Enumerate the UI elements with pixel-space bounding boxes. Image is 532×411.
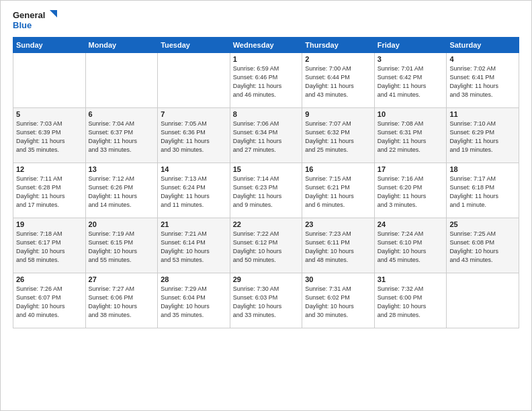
day-number: 19 [16,220,83,228]
day-cell: 10Sunrise: 7:08 AM Sunset: 6:31 PM Dayli… [374,108,447,163]
calendar-body: 1Sunrise: 6:59 AM Sunset: 6:46 PM Daylig… [13,53,519,328]
week-row-5: 26Sunrise: 7:26 AM Sunset: 6:07 PM Dayli… [13,273,519,328]
calendar-table: SundayMondayTuesdayWednesdayThursdayFrid… [13,37,519,328]
week-row-4: 19Sunrise: 7:18 AM Sunset: 6:17 PM Dayli… [13,218,519,273]
day-cell: 21Sunrise: 7:21 AM Sunset: 6:14 PM Dayli… [158,218,230,273]
day-info: Sunrise: 7:30 AM Sunset: 6:03 PM Dayligh… [233,285,300,320]
day-number: 3 [378,55,444,63]
day-info: Sunrise: 7:27 AM Sunset: 6:06 PM Dayligh… [89,285,155,320]
day-cell: 14Sunrise: 7:13 AM Sunset: 6:24 PM Dayli… [158,163,230,218]
day-number: 15 [233,165,300,173]
day-cell [13,53,86,108]
day-info: Sunrise: 7:12 AM Sunset: 6:26 PM Dayligh… [89,175,155,210]
day-cell [85,53,158,108]
day-cell: 16Sunrise: 7:15 AM Sunset: 6:21 PM Dayli… [302,163,375,218]
week-row-1: 1Sunrise: 6:59 AM Sunset: 6:46 PM Daylig… [13,53,519,108]
header-cell-sunday: Sunday [13,38,86,53]
week-row-3: 12Sunrise: 7:11 AM Sunset: 6:28 PM Dayli… [13,163,519,218]
day-number: 24 [378,220,444,228]
day-number: 7 [161,110,227,118]
day-info: Sunrise: 6:59 AM Sunset: 6:46 PM Dayligh… [233,64,300,99]
header-cell-wednesday: Wednesday [230,38,302,53]
day-info: Sunrise: 7:01 AM Sunset: 6:42 PM Dayligh… [378,64,444,99]
day-number: 1 [233,55,300,63]
day-cell: 20Sunrise: 7:19 AM Sunset: 6:15 PM Dayli… [85,218,158,273]
day-number: 28 [161,275,227,283]
day-number: 12 [16,165,83,173]
day-number: 27 [89,275,155,283]
svg-text:Blue: Blue [13,20,32,30]
day-cell: 19Sunrise: 7:18 AM Sunset: 6:17 PM Dayli… [13,218,86,273]
header-cell-tuesday: Tuesday [158,38,230,53]
day-number: 25 [449,220,516,228]
day-cell: 25Sunrise: 7:25 AM Sunset: 6:08 PM Dayli… [447,218,519,273]
day-number: 16 [305,165,371,173]
day-cell: 22Sunrise: 7:22 AM Sunset: 6:12 PM Dayli… [230,218,302,273]
day-number: 9 [305,110,371,118]
header-cell-saturday: Saturday [447,38,519,53]
day-cell: 18Sunrise: 7:17 AM Sunset: 6:18 PM Dayli… [447,163,519,218]
day-number: 21 [161,220,227,228]
day-info: Sunrise: 7:07 AM Sunset: 6:32 PM Dayligh… [305,120,371,154]
day-number: 14 [161,165,227,173]
day-number: 2 [305,55,371,63]
day-number: 20 [89,220,155,228]
day-cell: 5Sunrise: 7:03 AM Sunset: 6:39 PM Daylig… [13,108,86,163]
day-number: 17 [378,165,444,173]
day-cell: 13Sunrise: 7:12 AM Sunset: 6:26 PM Dayli… [85,163,158,218]
day-info: Sunrise: 7:26 AM Sunset: 6:07 PM Dayligh… [16,285,83,320]
day-info: Sunrise: 7:13 AM Sunset: 6:24 PM Dayligh… [161,175,227,210]
day-number: 22 [233,220,300,228]
logo: General Blue [13,7,60,33]
day-info: Sunrise: 7:32 AM Sunset: 6:00 PM Dayligh… [378,285,444,320]
day-number: 11 [449,110,516,118]
week-row-2: 5Sunrise: 7:03 AM Sunset: 6:39 PM Daylig… [13,108,519,163]
day-cell: 29Sunrise: 7:30 AM Sunset: 6:03 PM Dayli… [230,273,302,328]
day-cell: 11Sunrise: 7:10 AM Sunset: 6:29 PM Dayli… [447,108,519,163]
day-cell: 6Sunrise: 7:04 AM Sunset: 6:37 PM Daylig… [85,108,158,163]
day-number: 29 [233,275,300,283]
svg-text:General: General [13,10,45,20]
day-info: Sunrise: 7:02 AM Sunset: 6:41 PM Dayligh… [449,64,516,99]
day-info: Sunrise: 7:10 AM Sunset: 6:29 PM Dayligh… [449,120,516,154]
day-info: Sunrise: 7:08 AM Sunset: 6:31 PM Dayligh… [378,120,444,154]
day-info: Sunrise: 7:31 AM Sunset: 6:02 PM Dayligh… [305,285,371,320]
day-number: 18 [449,165,516,173]
day-cell: 12Sunrise: 7:11 AM Sunset: 6:28 PM Dayli… [13,163,86,218]
header: General Blue [1,1,531,37]
day-number: 30 [305,275,371,283]
header-cell-thursday: Thursday [302,38,375,53]
day-cell: 7Sunrise: 7:05 AM Sunset: 6:36 PM Daylig… [158,108,230,163]
day-number: 6 [89,110,155,118]
day-cell: 30Sunrise: 7:31 AM Sunset: 6:02 PM Dayli… [302,273,375,328]
day-number: 10 [378,110,444,118]
day-cell [447,273,519,328]
day-cell: 26Sunrise: 7:26 AM Sunset: 6:07 PM Dayli… [13,273,86,328]
day-number: 26 [16,275,83,283]
day-number: 23 [305,220,371,228]
day-cell: 17Sunrise: 7:16 AM Sunset: 6:20 PM Dayli… [374,163,447,218]
day-info: Sunrise: 7:03 AM Sunset: 6:39 PM Dayligh… [16,120,83,154]
day-info: Sunrise: 7:29 AM Sunset: 6:04 PM Dayligh… [161,285,227,320]
day-number: 13 [89,165,155,173]
day-cell: 15Sunrise: 7:14 AM Sunset: 6:23 PM Dayli… [230,163,302,218]
calendar-header-row: SundayMondayTuesdayWednesdayThursdayFrid… [13,38,519,53]
day-info: Sunrise: 7:15 AM Sunset: 6:21 PM Dayligh… [305,175,371,210]
header-cell-friday: Friday [374,38,447,53]
day-info: Sunrise: 7:24 AM Sunset: 6:10 PM Dayligh… [378,230,444,265]
day-info: Sunrise: 7:21 AM Sunset: 6:14 PM Dayligh… [161,230,227,265]
day-number: 8 [233,110,300,118]
day-cell: 4Sunrise: 7:02 AM Sunset: 6:41 PM Daylig… [447,53,519,108]
day-cell: 27Sunrise: 7:27 AM Sunset: 6:06 PM Dayli… [85,273,158,328]
day-info: Sunrise: 7:05 AM Sunset: 6:36 PM Dayligh… [161,120,227,154]
day-info: Sunrise: 7:18 AM Sunset: 6:17 PM Dayligh… [16,230,83,265]
day-info: Sunrise: 7:17 AM Sunset: 6:18 PM Dayligh… [449,175,516,210]
day-info: Sunrise: 7:16 AM Sunset: 6:20 PM Dayligh… [378,175,444,210]
day-info: Sunrise: 7:25 AM Sunset: 6:08 PM Dayligh… [449,230,516,265]
day-cell: 8Sunrise: 7:06 AM Sunset: 6:34 PM Daylig… [230,108,302,163]
header-cell-monday: Monday [85,38,158,53]
day-info: Sunrise: 7:00 AM Sunset: 6:44 PM Dayligh… [305,64,371,99]
day-info: Sunrise: 7:14 AM Sunset: 6:23 PM Dayligh… [233,175,300,210]
day-cell: 9Sunrise: 7:07 AM Sunset: 6:32 PM Daylig… [302,108,375,163]
day-cell [158,53,230,108]
